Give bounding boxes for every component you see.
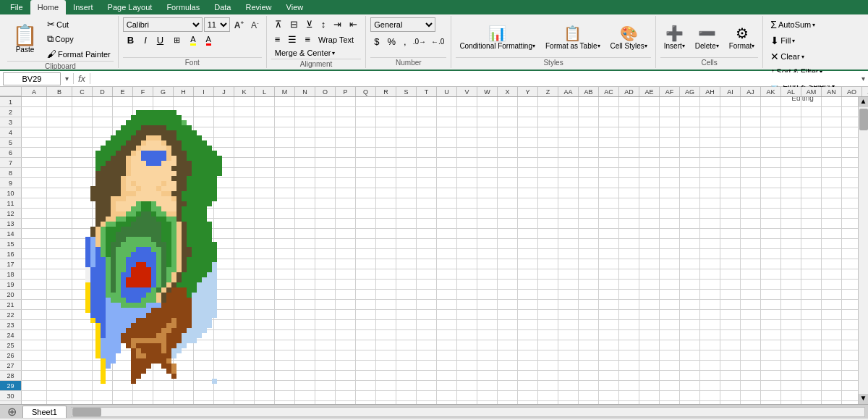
cell-P8[interactable] [336,168,356,178]
cell-O15[interactable] [315,239,336,249]
cell-AC6[interactable] [599,148,619,158]
cell-AI22[interactable] [720,310,741,320]
cell-AA2[interactable] [558,107,579,117]
cell-G13[interactable] [153,219,174,229]
cell-S19[interactable] [396,280,417,290]
cell-AA28[interactable] [558,371,579,381]
cell-J2[interactable] [214,107,234,117]
cell-Z18[interactable] [538,269,558,280]
cell-X18[interactable] [498,269,518,280]
cell-AM24[interactable] [801,330,822,340]
cell-AN24[interactable] [822,330,842,340]
cell-Y12[interactable] [518,209,538,219]
cell-AO3[interactable] [842,117,858,127]
cell-N5[interactable] [295,138,315,148]
cell-AA31[interactable] [558,401,579,404]
cell-AL31[interactable] [781,401,801,404]
cell-L1[interactable] [255,97,275,107]
cell-AL3[interactable] [781,117,801,127]
cell-T7[interactable] [417,158,437,168]
cell-I30[interactable] [194,391,214,401]
cell-AL14[interactable] [781,229,801,239]
cell-E8[interactable] [113,168,133,178]
cell-V11[interactable] [457,198,477,209]
cell-T31[interactable] [417,401,437,404]
cell-H9[interactable] [174,178,194,188]
cell-AD29[interactable] [619,381,639,391]
cell-D20[interactable] [93,290,113,300]
cell-O8[interactable] [315,168,336,178]
cell-AF24[interactable] [660,330,680,340]
cell-T3[interactable] [417,117,437,127]
cell-V24[interactable] [457,330,477,340]
cell-Z20[interactable] [538,290,558,300]
cell-O1[interactable] [315,97,336,107]
cell-AN11[interactable] [822,198,842,209]
cut-button[interactable]: ✂ Cut [44,17,114,31]
cell-P22[interactable] [336,310,356,320]
cell-AI2[interactable] [720,107,741,117]
cell-AG23[interactable] [680,320,700,330]
cell-V29[interactable] [457,381,477,391]
cell-E27[interactable] [113,361,133,371]
cell-O3[interactable] [315,117,336,127]
cell-L29[interactable] [255,381,275,391]
cell-AF25[interactable] [660,340,680,350]
cell-J18[interactable] [214,269,234,280]
cell-AO16[interactable] [842,249,858,259]
cell-U6[interactable] [437,148,457,158]
cell-L24[interactable] [255,330,275,340]
cell-J16[interactable] [214,249,234,259]
cell-AL7[interactable] [781,158,801,168]
cell-AH20[interactable] [700,290,720,300]
cell-B12[interactable] [47,209,72,219]
cell-AK23[interactable] [761,320,781,330]
cell-V17[interactable] [457,259,477,269]
cell-AB7[interactable] [579,158,599,168]
cell-AF9[interactable] [660,178,680,188]
cell-W30[interactable] [477,391,498,401]
align-left-button[interactable]: ≡ [271,33,284,46]
cell-AN1[interactable] [822,97,842,107]
cell-M1[interactable] [275,97,295,107]
cell-K4[interactable] [234,127,255,138]
cell-Y8[interactable] [518,168,538,178]
cell-I19[interactable] [194,280,214,290]
cell-AD24[interactable] [619,330,639,340]
cell-Q25[interactable] [356,340,376,350]
cell-Z9[interactable] [538,178,558,188]
cell-E18[interactable] [113,269,133,280]
cell-X23[interactable] [498,320,518,330]
cell-R17[interactable] [376,259,396,269]
cell-G27[interactable] [153,361,174,371]
cell-AK3[interactable] [761,117,781,127]
cell-D17[interactable] [93,259,113,269]
cell-L8[interactable] [255,168,275,178]
cell-T15[interactable] [417,239,437,249]
cell-AI11[interactable] [720,198,741,209]
align-top-button[interactable]: ⊼ [271,17,286,31]
cell-O10[interactable] [315,188,336,198]
cell-AC18[interactable] [599,269,619,280]
cell-AI10[interactable] [720,188,741,198]
cell-AO25[interactable] [842,340,858,350]
cell-B31[interactable] [47,401,72,404]
cell-W13[interactable] [477,219,498,229]
cell-L3[interactable] [255,117,275,127]
cell-AB16[interactable] [579,249,599,259]
cell-M19[interactable] [275,280,295,290]
cell-AI17[interactable] [720,259,741,269]
cell-AG9[interactable] [680,178,700,188]
cell-P20[interactable] [336,290,356,300]
cell-C12[interactable] [72,209,93,219]
cell-AA30[interactable] [558,391,579,401]
cell-U30[interactable] [437,391,457,401]
cell-AC16[interactable] [599,249,619,259]
font-size-select[interactable]: 11 [204,17,230,32]
cell-V25[interactable] [457,340,477,350]
cell-Y14[interactable] [518,229,538,239]
cell-U23[interactable] [437,320,457,330]
cell-AK29[interactable] [761,381,781,391]
cell-AH3[interactable] [700,117,720,127]
cell-AF18[interactable] [660,269,680,280]
